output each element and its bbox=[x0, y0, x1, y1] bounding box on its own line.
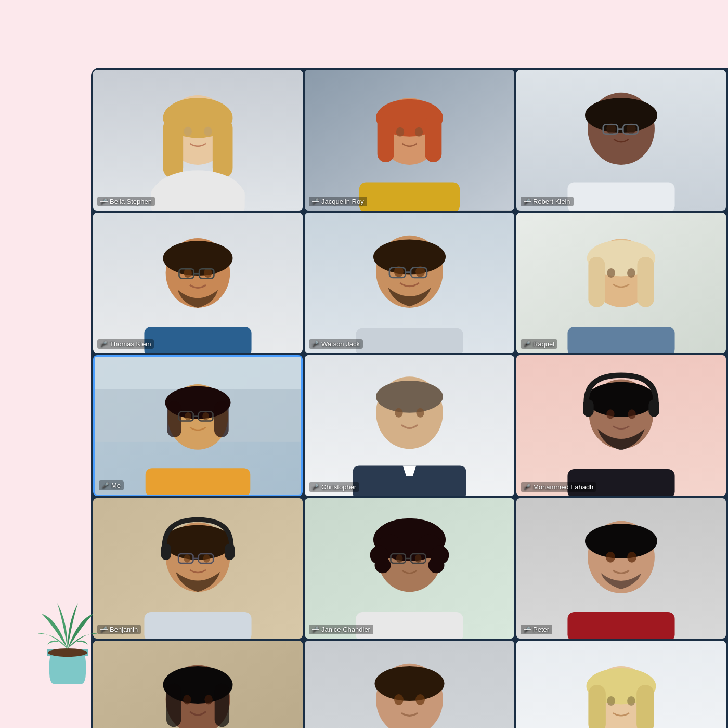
svg-point-127 bbox=[375, 666, 445, 701]
participant-name-me: 🎤 Me bbox=[99, 480, 124, 490]
svg-rect-18 bbox=[425, 115, 441, 162]
participant-cell-me[interactable]: 🎤 Me bbox=[93, 355, 303, 496]
svg-point-79 bbox=[587, 382, 656, 417]
participant-cell-bella-stephen[interactable]: 🎤 Bella Stephen bbox=[93, 70, 303, 211]
svg-point-83 bbox=[628, 409, 635, 419]
svg-rect-39 bbox=[144, 327, 251, 354]
participant-name-thomas-klein: 🎤 Thomas Klein bbox=[97, 339, 154, 349]
plant-decoration bbox=[31, 572, 104, 686]
svg-rect-88 bbox=[161, 543, 171, 560]
participant-cell-mohammed-fahadh[interactable]: 🎤 Mohammed Fahadh bbox=[516, 355, 726, 496]
mic-muted-icon-chris: 🎤 bbox=[312, 484, 319, 490]
svg-point-24 bbox=[585, 98, 657, 133]
svg-point-74 bbox=[416, 408, 424, 418]
app-window: 🎤 Bella Stephen 🎤 Jacquelin Roy bbox=[91, 68, 728, 728]
participant-name-watson-jack: 🎤 Watson Jack bbox=[309, 339, 363, 349]
svg-point-10 bbox=[204, 127, 212, 136]
svg-point-20 bbox=[415, 127, 423, 137]
svg-point-113 bbox=[585, 524, 657, 558]
svg-rect-48 bbox=[356, 328, 463, 353]
svg-point-137 bbox=[627, 696, 635, 706]
mic-muted-icon-jan: 🎤 bbox=[312, 626, 319, 633]
svg-rect-116 bbox=[567, 612, 674, 639]
svg-point-54 bbox=[607, 268, 615, 277]
participant-name-bella-stephen: 🎤 Bella Stephen bbox=[97, 197, 155, 206]
participant-cell-ross-kevin[interactable]: 🎤 Ross Kevin bbox=[305, 641, 514, 728]
participant-cell-peter[interactable]: 🎤 Peter bbox=[516, 498, 726, 639]
participant-cell-robert-klein[interactable]: 🎤 Robert Klein bbox=[516, 70, 726, 211]
svg-point-93 bbox=[184, 554, 190, 562]
svg-rect-81 bbox=[648, 399, 659, 417]
svg-point-35 bbox=[204, 268, 212, 277]
svg-point-108 bbox=[396, 554, 403, 562]
svg-point-128 bbox=[394, 694, 404, 705]
svg-point-67 bbox=[185, 412, 191, 420]
svg-point-109 bbox=[415, 554, 422, 562]
svg-rect-63 bbox=[214, 401, 229, 437]
svg-point-94 bbox=[203, 554, 210, 562]
svg-rect-69 bbox=[146, 468, 251, 494]
svg-rect-95 bbox=[144, 612, 251, 639]
participant-name-robert-klein: 🎤 Robert Klein bbox=[521, 197, 574, 206]
svg-point-122 bbox=[183, 695, 191, 704]
svg-rect-121 bbox=[215, 684, 229, 727]
svg-rect-8 bbox=[213, 118, 233, 178]
svg-point-114 bbox=[606, 552, 615, 563]
svg-point-33 bbox=[163, 241, 233, 276]
participant-cell-jacquelin-roy[interactable]: 🎤 Jacquelin Roy bbox=[305, 70, 514, 211]
participant-name-jacquelin-roy: 🎤 Jacquelin Roy bbox=[309, 197, 367, 206]
svg-rect-30 bbox=[567, 182, 674, 210]
svg-rect-89 bbox=[225, 543, 235, 560]
svg-point-55 bbox=[627, 268, 635, 277]
participant-name-mohammed-fahadh: 🎤 Mohammed Fahadh bbox=[521, 482, 596, 492]
svg-rect-7 bbox=[163, 118, 184, 178]
svg-rect-17 bbox=[378, 115, 394, 162]
svg-point-73 bbox=[395, 408, 402, 418]
svg-rect-0 bbox=[49, 653, 86, 684]
svg-point-123 bbox=[204, 695, 212, 704]
svg-point-136 bbox=[607, 696, 615, 706]
mic-muted-icon-pet: 🎤 bbox=[524, 626, 531, 633]
participant-cell-christopher[interactable]: 🎤 Christopher bbox=[305, 355, 514, 496]
svg-rect-56 bbox=[567, 327, 674, 354]
svg-rect-120 bbox=[166, 684, 181, 727]
svg-point-104 bbox=[428, 557, 445, 573]
mic-muted-icon-rob: 🎤 bbox=[524, 198, 531, 205]
svg-rect-80 bbox=[583, 399, 594, 417]
mic-muted-icon: 🎤 bbox=[100, 198, 108, 205]
participant-cell-watson-jack[interactable]: 🎤 Watson Jack bbox=[305, 213, 514, 354]
svg-point-103 bbox=[375, 557, 391, 573]
svg-rect-134 bbox=[588, 685, 605, 728]
participant-cell-sutton-joey[interactable]: 🎤 Sutton Joey bbox=[93, 641, 303, 728]
mic-muted-icon-wat: 🎤 bbox=[312, 341, 319, 347]
svg-rect-12 bbox=[151, 187, 244, 210]
svg-point-129 bbox=[415, 694, 425, 705]
svg-point-87 bbox=[163, 525, 233, 560]
mic-muted-icon-raq: 🎤 bbox=[524, 341, 531, 347]
participant-name-raquel: 🎤 Raquel bbox=[521, 339, 557, 349]
mic-muted-icon-jaq: 🎤 bbox=[312, 198, 319, 205]
participant-cell-janice-chandler[interactable]: 🎤 Janice Chandler bbox=[305, 498, 514, 639]
mic-active-icon: 🎤 bbox=[102, 482, 109, 489]
participant-cell-benjamin[interactable]: 🎤 Benjamin bbox=[93, 498, 303, 639]
participant-cell-raquel[interactable]: 🎤 Raquel bbox=[516, 213, 726, 354]
svg-point-19 bbox=[396, 127, 404, 137]
svg-point-68 bbox=[202, 412, 209, 420]
svg-point-9 bbox=[184, 127, 191, 136]
participant-cell-thomas-klein[interactable]: 🎤 Thomas Klein bbox=[93, 213, 303, 354]
svg-rect-21 bbox=[359, 182, 460, 210]
svg-rect-53 bbox=[637, 257, 654, 307]
svg-point-42 bbox=[373, 239, 446, 274]
participant-cell-bella-edward[interactable]: 🎤 Bella Edward bbox=[516, 641, 726, 728]
participant-name-peter: 🎤 Peter bbox=[521, 625, 552, 634]
video-grid: 🎤 Bella Stephen 🎤 Jacquelin Roy bbox=[91, 68, 728, 728]
mic-muted-icon-thom: 🎤 bbox=[100, 341, 108, 347]
svg-point-72 bbox=[376, 381, 443, 413]
svg-point-34 bbox=[184, 268, 191, 277]
svg-rect-52 bbox=[588, 257, 605, 307]
svg-point-2 bbox=[48, 648, 87, 657]
participant-name-christopher: 🎤 Christopher bbox=[309, 482, 359, 492]
participant-name-janice-chandler: 🎤 Janice Chandler bbox=[309, 625, 373, 634]
svg-point-115 bbox=[627, 552, 636, 563]
mic-muted-icon-moh: 🎤 bbox=[524, 484, 531, 490]
